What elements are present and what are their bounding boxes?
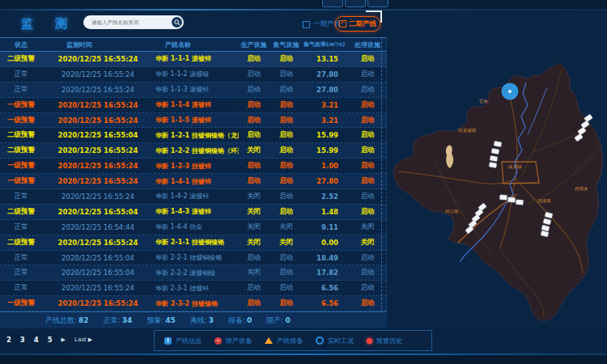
cell-status: 正常 <box>0 222 42 232</box>
table-body: 二级预警2020/12/25 16:55:24华新 1-1-1 滚镀锌启动启动1… <box>0 52 387 327</box>
legend-label: 产线报备 <box>277 336 303 345</box>
table-row[interactable]: 一级预警2020/12/25 16:55:24华新 1-1-5 滚镀锌启动启动3… <box>0 113 387 129</box>
page-button[interactable]: 5 <box>48 336 53 344</box>
cell-status: 二级预警 <box>0 238 42 248</box>
cell-name: 华新 1-2-2 挂镀铜镍铬（环形线） <box>154 146 239 155</box>
table-row[interactable]: 二级预警2020/12/25 16:55:24华新 1-1-1 滚镀锌启动启动1… <box>0 52 387 67</box>
cell-gas: 关闭 <box>269 222 304 232</box>
cell-status: 正常 <box>0 70 42 79</box>
cell-time: 2020/12/25 16:55:24 <box>42 86 154 94</box>
factory-marker[interactable] <box>516 200 523 205</box>
table-row[interactable]: 正常2020/12/25 16:55:24华新 1-1-3 滚镀锌启动启动27.… <box>0 83 387 98</box>
summary-label: 正常: <box>104 316 121 324</box>
next-page-button[interactable]: ▶ <box>62 336 66 343</box>
cell-status: 正常 <box>0 192 42 201</box>
legend-item[interactable]: 产线报备 <box>265 336 303 345</box>
cell-prod: 启动 <box>239 176 269 186</box>
summary-item: 预警:45 <box>146 315 176 326</box>
legend-item[interactable]: -限产设备 <box>214 336 252 345</box>
cell-time: 2020/12/25 16:55:04 <box>42 131 154 139</box>
map-region-label: 城关镇 <box>507 164 522 169</box>
legend-label: 实时工况 <box>328 336 354 345</box>
header: 监 测 一期产线 二期产线 <box>0 11 607 38</box>
map-region-label: 冈山镇 <box>445 209 459 214</box>
cell-eff: 13.15 <box>304 55 348 63</box>
table-row[interactable]: 一级预警2020/12/25 16:55:24华新 1-1-4 滚镀锌启动启动3… <box>0 98 387 113</box>
table-row[interactable]: 二级预警2020/12/25 16:55:04华新 1-4-3 滚镀锌关闭启动1… <box>0 205 387 220</box>
page-button[interactable]: 3 <box>20 336 25 344</box>
factory-marker[interactable] <box>489 162 497 167</box>
table-row[interactable]: 一级预警2020/12/25 16:55:24华新 2-3-2 挂镀镍铬启动启动… <box>0 296 387 311</box>
cell-time: 2020/12/25 16:54:44 <box>42 223 154 231</box>
cell-eff: 9.11 <box>304 223 348 231</box>
cell-prod: 启动 <box>239 253 269 263</box>
cell-prod: 启动 <box>239 298 269 308</box>
reddot-icon <box>367 338 372 344</box>
cell-prod: 启动 <box>239 283 269 293</box>
checkbox-unchecked-icon[interactable] <box>303 21 310 28</box>
pagination: 12345▶Last ▶ <box>0 336 92 344</box>
factory-marker[interactable] <box>507 197 515 203</box>
map-region-label: 回龙铺镇 <box>458 128 477 133</box>
district-map[interactable]: 官桥回龙铺镇城关镇西湖乡汤湖镇冈山镇 <box>388 40 607 328</box>
info-icon: i <box>164 337 172 345</box>
search-input[interactable] <box>90 16 168 29</box>
summary-item: 限产:0 <box>266 315 290 326</box>
cell-gas: 启动 <box>269 70 304 79</box>
corner-bracket-decoration <box>366 11 382 23</box>
table-row[interactable]: 一级预警2020/12/25 16:55:24华新 1-4-1 挂镀锌启动启动2… <box>0 174 387 189</box>
last-page-button[interactable]: Last ▶ <box>74 336 92 343</box>
table-row[interactable]: 一级预警2020/12/25 16:55:24华新 1-2-3 挂镀锌启动启动1… <box>0 159 387 174</box>
table-row[interactable]: 正常2020/12/25 16:55:04华新 2-2-2 滚镀铜镍关闭启动17… <box>0 265 387 281</box>
summary-item: 报备:0 <box>228 315 252 326</box>
cell-name: 华新 2-2-1 挂镀铜镍铬 <box>154 253 239 262</box>
cell-time: 2020/12/25 16:55:24 <box>42 70 154 78</box>
search-box[interactable] <box>83 15 184 29</box>
cell-time: 2020/12/25 16:55:24 <box>42 116 154 125</box>
cell-prod: 启动 <box>239 161 269 171</box>
highlight-marker-core <box>508 90 511 93</box>
page-button[interactable]: 4 <box>34 336 39 344</box>
summary-item: 产线总数:82 <box>45 315 89 326</box>
factory-marker[interactable] <box>490 155 498 161</box>
cell-time: 2020/12/25 16:55:04 <box>42 208 154 216</box>
page-button[interactable]: 2 <box>6 336 11 344</box>
cell-time: 2020/12/25 16:55:24 <box>42 146 154 154</box>
top-tab[interactable] <box>345 0 366 7</box>
legend-item[interactable]: 实时工况 <box>316 336 354 345</box>
cell-status: 二级预警 <box>0 130 42 140</box>
table-row[interactable]: 正常2020/12/25 16:54:44华新 1-4-4 仿金关闭关闭9.11… <box>0 220 387 235</box>
top-tab[interactable] <box>367 0 388 7</box>
cell-prod: 关闭 <box>239 222 269 232</box>
map-landmass <box>394 63 603 320</box>
table-row[interactable]: 二级预警2020/12/25 16:55:24华新 2-1-1 挂镀铜镍铬关闭关… <box>0 235 387 251</box>
factory-marker[interactable] <box>491 148 499 154</box>
cell-status: 二级预警 <box>0 54 42 64</box>
cell-name: 华新 1-4-3 滚镀锌 <box>154 207 239 216</box>
cell-eff: 1.00 <box>304 162 348 170</box>
legend-label: 预警历史 <box>376 336 402 345</box>
legend-item[interactable]: 预警历史 <box>367 336 402 345</box>
cell-status: 一级预警 <box>0 176 42 186</box>
legend-item[interactable]: i产线信息 <box>164 336 202 345</box>
table-row[interactable]: 正常2020/12/25 16:55:24华新 1-1-2 滚镀镍启动启动27.… <box>0 67 387 83</box>
factory-marker[interactable] <box>494 141 502 146</box>
table-row[interactable]: 二级预警2020/12/25 16:55:04华新 1-2-1 挂镀铜镍铬（龙门… <box>0 128 387 143</box>
top-tab[interactable] <box>322 0 343 7</box>
table-row[interactable]: 正常2020/12/25 16:55:04华新 2-2-1 挂镀铜镍铬启动启动1… <box>0 251 387 266</box>
table-row[interactable]: 二级预警2020/12/25 16:55:24华新 1-2-2 挂镀铜镍铬（环形… <box>0 143 387 159</box>
checkbox-checked-icon[interactable] <box>339 20 346 28</box>
cell-status: 正常 <box>0 85 42 95</box>
table-row[interactable]: 正常2020/12/25 16:55:24华新 1-4-2 滚镀锌关闭启动2.5… <box>0 189 387 205</box>
search-icon[interactable] <box>172 17 182 28</box>
cell-time: 2020/12/25 16:55:04 <box>42 254 154 262</box>
cell-gas: 启动 <box>269 54 304 64</box>
cell-time: 2020/12/25 16:55:24 <box>42 193 154 201</box>
cell-gas: 启动 <box>269 192 304 201</box>
cell-status: 正常 <box>0 283 42 293</box>
cell-gas: 启动 <box>269 253 304 263</box>
cell-eff: 3.21 <box>304 101 348 109</box>
cell-gas: 启动 <box>269 116 304 125</box>
factory-marker[interactable] <box>499 195 507 201</box>
table-row[interactable]: 正常2020/12/25 16:55:24华新 2-3-1 挂镀锌启动启动6.5… <box>0 281 387 296</box>
